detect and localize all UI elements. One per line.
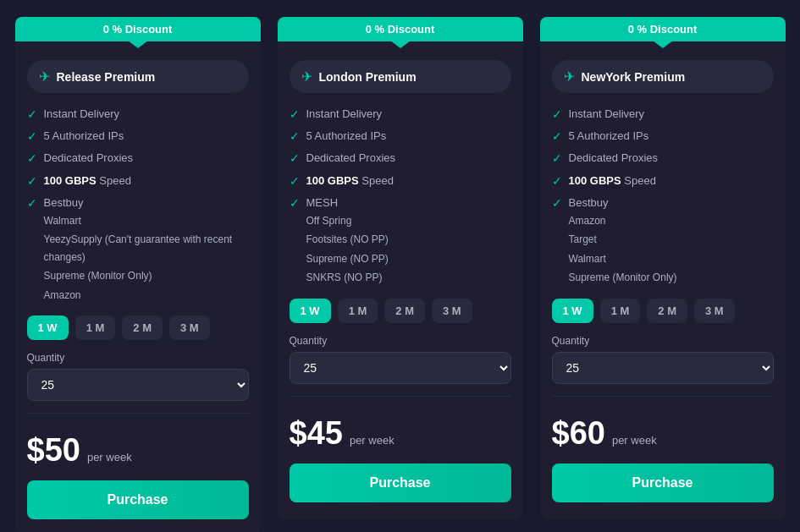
- feature-text: Instant Delivery: [306, 107, 383, 122]
- card-title: London Premium: [319, 70, 417, 84]
- period-btn-3m[interactable]: 3 M: [694, 299, 735, 323]
- period-btn-2m[interactable]: 2 M: [122, 315, 163, 340]
- period-btn-1m[interactable]: 1 M: [600, 299, 641, 323]
- card-title: NewYork Premium: [582, 70, 686, 84]
- period-btn-3m[interactable]: 3 M: [169, 315, 210, 340]
- check-icon: ✓: [552, 174, 562, 188]
- feature-text: BestbuyAmazonTargetWalmartSupreme (Monit…: [569, 195, 677, 287]
- feature-sub-text: Footsites (NO PP): [306, 231, 389, 248]
- quantity-section: Quantity255075100: [278, 335, 523, 384]
- divider: [552, 396, 774, 397]
- period-btn-1w[interactable]: 1 W: [27, 315, 69, 340]
- send-icon: ✈: [39, 69, 50, 85]
- purchase-button[interactable]: Purchase: [290, 463, 511, 502]
- feature-item: ✓BestbuyWalmartYeezySupply (Can't guaran…: [27, 195, 249, 304]
- check-icon: ✓: [27, 174, 37, 188]
- purchase-button[interactable]: Purchase: [552, 463, 774, 502]
- feature-sub-text: Supreme (NO PP): [306, 250, 389, 267]
- check-icon: ✓: [27, 129, 37, 143]
- card-london-premium: 0 % Discount✈London Premium✓Instant Deli…: [278, 17, 523, 519]
- feature-text: Dedicated Proxies: [306, 151, 396, 166]
- feature-text: 5 Authorized IPs: [306, 129, 387, 144]
- card-newyork-premium: 0 % Discount✈NewYork Premium✓Instant Del…: [540, 17, 786, 519]
- feature-main-text: Bestbuy: [569, 195, 677, 211]
- check-icon: ✓: [27, 107, 37, 121]
- check-icon: ✓: [552, 129, 562, 143]
- check-icon: ✓: [290, 151, 300, 165]
- feature-sub-text: Walmart: [569, 250, 677, 267]
- quantity-select[interactable]: 255075100: [27, 369, 249, 401]
- check-icon: ✓: [290, 129, 300, 143]
- features-list: ✓Instant Delivery✓5 Authorized IPs✓Dedic…: [15, 107, 261, 304]
- period-btn-1w[interactable]: 1 W: [552, 299, 593, 323]
- check-icon: ✓: [27, 196, 37, 210]
- period-buttons: 1 W1 M2 M3 M: [278, 299, 523, 323]
- send-icon: ✈: [301, 69, 312, 85]
- feature-item: ✓100 GBPS Speed: [290, 173, 511, 189]
- price-amount: $45: [290, 415, 343, 452]
- feature-item: ✓Dedicated Proxies: [290, 151, 511, 166]
- discount-badge: 0 % Discount: [278, 17, 523, 41]
- feature-text: 100 GBPS Speed: [44, 173, 131, 189]
- price-period: per week: [350, 434, 394, 447]
- feature-item: ✓5 Authorized IPs: [27, 129, 249, 144]
- feature-item: ✓Instant Delivery: [552, 107, 774, 122]
- feature-item: ✓5 Authorized IPs: [552, 129, 774, 144]
- features-list: ✓Instant Delivery✓5 Authorized IPs✓Dedic…: [278, 107, 523, 287]
- feature-sub-text: Walmart: [44, 212, 249, 229]
- feature-item: ✓MESHOff SpringFootsites (NO PP)Supreme …: [290, 195, 511, 287]
- feature-sub-text: YeezySupply (Can't guarantee with recent…: [44, 231, 249, 266]
- price-period: per week: [612, 434, 657, 447]
- feature-text: Dedicated Proxies: [44, 151, 134, 166]
- check-icon: ✓: [552, 151, 562, 165]
- price-display: $50per week: [27, 432, 249, 469]
- period-btn-2m[interactable]: 2 M: [647, 299, 687, 323]
- price-amount: $60: [552, 415, 605, 452]
- discount-badge: 0 % Discount: [15, 17, 261, 41]
- period-btn-1m[interactable]: 1 M: [338, 299, 378, 323]
- divider: [290, 396, 511, 397]
- purchase-button[interactable]: Purchase: [27, 480, 249, 519]
- quantity-select[interactable]: 255075100: [290, 352, 511, 384]
- quantity-select[interactable]: 255075100: [552, 352, 774, 384]
- feature-text: 5 Authorized IPs: [569, 129, 649, 144]
- feature-text: Instant Delivery: [569, 107, 645, 122]
- feature-item: ✓Instant Delivery: [27, 107, 249, 122]
- price-section: $45per week: [278, 407, 523, 452]
- check-icon: ✓: [27, 151, 37, 165]
- feature-main-text: Bestbuy: [44, 195, 249, 211]
- feature-item: ✓Instant Delivery: [290, 107, 511, 122]
- feature-text: 100 GBPS Speed: [569, 173, 656, 189]
- feature-text: 5 Authorized IPs: [44, 129, 124, 144]
- price-display: $45per week: [290, 415, 511, 452]
- divider: [27, 413, 249, 414]
- card-header: ✈NewYork Premium: [552, 60, 774, 93]
- send-icon: ✈: [564, 69, 575, 85]
- feature-text: Dedicated Proxies: [569, 151, 659, 166]
- feature-text: Instant Delivery: [44, 107, 120, 122]
- feature-item: ✓5 Authorized IPs: [290, 129, 511, 144]
- period-buttons: 1 W1 M2 M3 M: [15, 315, 261, 340]
- quantity-label: Quantity: [552, 335, 774, 347]
- period-btn-2m[interactable]: 2 M: [384, 299, 425, 323]
- feature-text: MESHOff SpringFootsites (NO PP)Supreme (…: [306, 195, 389, 287]
- features-list: ✓Instant Delivery✓5 Authorized IPs✓Dedic…: [540, 107, 786, 287]
- check-icon: ✓: [290, 174, 300, 188]
- check-icon: ✓: [290, 107, 300, 121]
- quantity-label: Quantity: [27, 352, 249, 364]
- feature-sub-text: Supreme (Monitor Only): [44, 267, 249, 284]
- price-display: $60per week: [552, 415, 774, 452]
- period-btn-1m[interactable]: 1 M: [75, 315, 116, 340]
- card-release-premium: 0 % Discount✈Release Premium✓Instant Del…: [15, 17, 261, 532]
- period-buttons: 1 W1 M2 M3 M: [540, 299, 786, 323]
- period-btn-3m[interactable]: 3 M: [432, 299, 472, 323]
- price-amount: $50: [27, 432, 80, 469]
- feature-item: ✓Dedicated Proxies: [552, 151, 774, 166]
- card-header: ✈London Premium: [290, 60, 511, 93]
- price-section: $60per week: [540, 407, 786, 452]
- quantity-label: Quantity: [290, 335, 511, 347]
- period-btn-1w[interactable]: 1 W: [290, 299, 331, 323]
- price-section: $50per week: [15, 424, 261, 469]
- card-title: Release Premium: [57, 70, 156, 84]
- card-header: ✈Release Premium: [27, 60, 249, 93]
